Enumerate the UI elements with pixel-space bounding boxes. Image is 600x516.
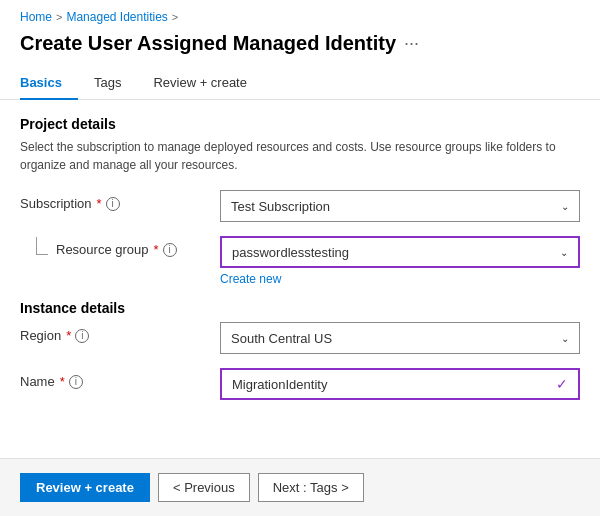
tab-basics[interactable]: Basics xyxy=(20,67,78,100)
breadcrumb-separator-2: > xyxy=(172,11,178,23)
region-row: Region * i South Central US ⌄ xyxy=(20,322,580,354)
name-row: Name * i MigrationIdentity ✓ xyxy=(20,368,580,400)
region-info-icon[interactable]: i xyxy=(75,329,89,343)
subscription-label-col: Subscription * i xyxy=(20,190,220,211)
breadcrumb: Home > Managed Identities > xyxy=(0,0,600,28)
subscription-required: * xyxy=(97,196,102,211)
name-info-icon[interactable]: i xyxy=(69,375,83,389)
subscription-value: Test Subscription xyxy=(231,199,330,214)
tabs-container: Basics Tags Review + create xyxy=(0,67,600,100)
indent-decorator xyxy=(36,237,48,255)
breadcrumb-managed-identities[interactable]: Managed Identities xyxy=(66,10,167,24)
resource-group-dropdown[interactable]: passwordlesstesting ⌄ xyxy=(220,236,580,268)
resource-group-value: passwordlesstesting xyxy=(232,245,349,260)
region-value: South Central US xyxy=(231,331,332,346)
previous-button[interactable]: < Previous xyxy=(158,473,250,502)
name-required: * xyxy=(60,374,65,389)
create-new-link[interactable]: Create new xyxy=(220,272,281,286)
name-label-col: Name * i xyxy=(20,368,220,389)
region-required: * xyxy=(66,328,71,343)
resource-group-label-col: Resource group * i xyxy=(20,236,220,257)
region-dropdown[interactable]: South Central US ⌄ xyxy=(220,322,580,354)
next-tags-button[interactable]: Next : Tags > xyxy=(258,473,364,502)
subscription-label: Subscription xyxy=(20,196,92,211)
resource-group-required: * xyxy=(154,242,159,257)
project-details-section: Project details Select the subscription … xyxy=(20,116,580,286)
region-control: South Central US ⌄ xyxy=(220,322,580,354)
more-options-icon[interactable]: ··· xyxy=(404,33,419,54)
name-check-icon: ✓ xyxy=(556,376,568,392)
page-title: Create User Assigned Managed Identity xyxy=(20,32,396,55)
instance-details-title: Instance details xyxy=(20,300,580,316)
resource-group-row: Resource group * i passwordlesstesting ⌄… xyxy=(20,236,580,286)
subscription-control: Test Subscription ⌄ xyxy=(220,190,580,222)
resource-group-label: Resource group xyxy=(56,242,149,257)
name-label: Name xyxy=(20,374,55,389)
footer: Review + create < Previous Next : Tags > xyxy=(0,458,600,516)
tab-tags[interactable]: Tags xyxy=(94,67,137,100)
page-header: Create User Assigned Managed Identity ··… xyxy=(0,28,600,67)
page-container: Home > Managed Identities > Create User … xyxy=(0,0,600,516)
project-details-title: Project details xyxy=(20,116,580,132)
subscription-info-icon[interactable]: i xyxy=(106,197,120,211)
project-details-desc: Select the subscription to manage deploy… xyxy=(20,138,580,174)
name-value: MigrationIdentity xyxy=(232,377,556,392)
review-create-button[interactable]: Review + create xyxy=(20,473,150,502)
resource-group-control: passwordlesstesting ⌄ Create new xyxy=(220,236,580,286)
name-input[interactable]: MigrationIdentity ✓ xyxy=(220,368,580,400)
name-control: MigrationIdentity ✓ xyxy=(220,368,580,400)
region-chevron-icon: ⌄ xyxy=(561,333,569,344)
region-label-col: Region * i xyxy=(20,322,220,343)
subscription-dropdown[interactable]: Test Subscription ⌄ xyxy=(220,190,580,222)
resource-group-info-icon[interactable]: i xyxy=(163,243,177,257)
tab-review-create[interactable]: Review + create xyxy=(153,67,263,100)
subscription-row: Subscription * i Test Subscription ⌄ xyxy=(20,190,580,222)
region-label: Region xyxy=(20,328,61,343)
breadcrumb-home[interactable]: Home xyxy=(20,10,52,24)
subscription-chevron-icon: ⌄ xyxy=(561,201,569,212)
instance-details-section: Instance details Region * i South Centra… xyxy=(20,300,580,400)
breadcrumb-separator-1: > xyxy=(56,11,62,23)
content-area: Project details Select the subscription … xyxy=(0,100,600,458)
resource-group-chevron-icon: ⌄ xyxy=(560,247,568,258)
